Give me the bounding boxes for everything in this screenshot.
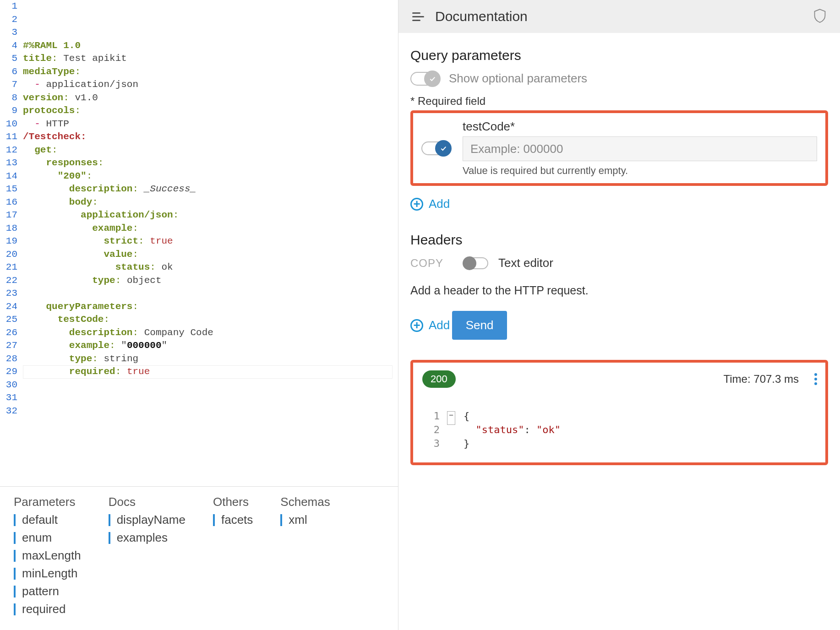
- shelf-item[interactable]: required: [14, 602, 81, 616]
- shelf-item[interactable]: displayName: [109, 513, 185, 527]
- field-label: testCode*: [463, 119, 817, 134]
- shelf-column-title: Docs: [109, 495, 185, 509]
- shelf-item[interactable]: maxLength: [14, 549, 81, 563]
- headers-description: Add a header to the HTTP request.: [410, 284, 828, 297]
- doc-header: Documentation: [398, 0, 840, 33]
- send-button[interactable]: Send: [452, 311, 507, 340]
- shelf-column-title: Schemas: [280, 495, 330, 509]
- show-optional-toggle[interactable]: [410, 72, 439, 86]
- response-header: 200 OK Time: 707.3 ms: [422, 370, 816, 388]
- add-label: Add: [429, 318, 450, 332]
- shelf-item[interactable]: default: [14, 513, 81, 527]
- text-editor-label: Text editor: [498, 256, 553, 270]
- copy-button[interactable]: COPY: [410, 257, 443, 270]
- required-field-note: * Required field: [410, 95, 828, 108]
- response-lines: − { "status": "ok" }: [445, 410, 561, 451]
- field-enabled-toggle[interactable]: [421, 141, 450, 155]
- add-query-param-button[interactable]: + Add: [410, 197, 450, 211]
- show-optional-label: Show optional parameters: [449, 71, 587, 86]
- response-body[interactable]: 123 − { "status": "ok" }: [422, 410, 816, 451]
- editor-panel: 1234567891011121314151617181920212223242…: [0, 0, 398, 630]
- shield-icon[interactable]: [813, 8, 826, 25]
- required-field-highlight: testCode* Value is required but currentl…: [410, 110, 828, 186]
- plus-icon: +: [410, 319, 423, 332]
- show-optional-row: Show optional parameters: [410, 71, 828, 86]
- response-time: Time: 707.3 ms: [724, 373, 799, 386]
- response-line-gutter: 123: [422, 410, 445, 451]
- fold-toggle-icon[interactable]: −: [447, 411, 455, 425]
- query-params-title: Query parameters: [410, 48, 828, 63]
- headers-title: Headers: [410, 232, 828, 248]
- documentation-panel: Documentation Query parameters Show opti…: [398, 0, 840, 630]
- add-header-button[interactable]: + Add: [410, 318, 450, 332]
- add-label: Add: [429, 197, 450, 211]
- testcode-input[interactable]: [463, 136, 817, 161]
- code-area[interactable]: #%RAML 1.0title: Test apikitmediaType: -…: [23, 0, 398, 486]
- shelf-item[interactable]: facets: [213, 513, 253, 527]
- code-editor[interactable]: 1234567891011121314151617181920212223242…: [0, 0, 398, 486]
- shelf-item[interactable]: minLength: [14, 566, 81, 581]
- shelf-item[interactable]: enum: [14, 531, 81, 545]
- line-number-gutter: 1234567891011121314151617181920212223242…: [0, 0, 23, 486]
- response-menu-icon[interactable]: [814, 373, 816, 385]
- shelf-column-title: Others: [213, 495, 253, 509]
- response-highlight: 200 OK Time: 707.3 ms 123 − { "status": …: [410, 360, 828, 465]
- doc-body: Query parameters Show optional parameter…: [398, 33, 840, 465]
- autocomplete-shelf: ParametersdefaultenummaxLengthminLengthp…: [0, 486, 398, 630]
- plus-icon: +: [410, 198, 423, 211]
- shelf-column-title: Parameters: [14, 495, 81, 509]
- shelf-item[interactable]: xml: [280, 513, 330, 527]
- headers-controls: COPY Text editor: [410, 256, 828, 270]
- menu-icon[interactable]: [412, 12, 424, 21]
- doc-title: Documentation: [435, 9, 802, 24]
- shelf-item[interactable]: examples: [109, 531, 185, 545]
- text-editor-toggle[interactable]: [464, 257, 488, 269]
- shelf-item[interactable]: pattern: [14, 584, 81, 598]
- field-validation-hint: Value is required but currently empty.: [463, 165, 817, 177]
- status-code-badge: 200: [422, 370, 456, 388]
